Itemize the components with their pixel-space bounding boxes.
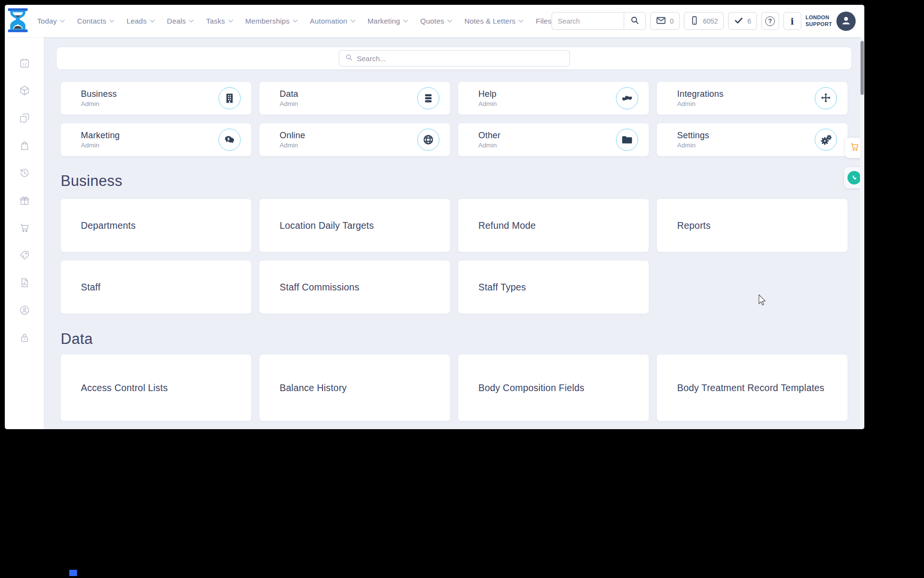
navbar-search-input[interactable] bbox=[552, 12, 624, 30]
package-icon bbox=[19, 85, 30, 98]
sidebar-item-report[interactable] bbox=[18, 278, 31, 289]
chevron-down-icon bbox=[189, 18, 194, 23]
nav-item-tasks[interactable]: Tasks bbox=[206, 17, 232, 25]
section-title-business: Business bbox=[61, 173, 847, 189]
sidebar-item-history[interactable] bbox=[18, 168, 31, 180]
account-sync-icon bbox=[19, 304, 30, 318]
phone-badge-button[interactable]: 6052 bbox=[684, 12, 724, 30]
help-button[interactable]: ? bbox=[761, 12, 779, 30]
card-reports[interactable]: Reports bbox=[657, 199, 847, 252]
card-departments[interactable]: Departments bbox=[61, 199, 251, 252]
navbar-search bbox=[552, 12, 646, 30]
card-staff-commissions[interactable]: Staff Commissions bbox=[259, 261, 450, 314]
calendar-icon: 12 bbox=[19, 57, 30, 71]
cart-icon bbox=[19, 222, 30, 236]
tasks-badge-button[interactable]: 6 bbox=[728, 12, 757, 30]
admin-card-marketing[interactable]: MarketingAdmin $ bbox=[61, 123, 251, 156]
search-icon bbox=[630, 15, 640, 26]
nav-item-notes-letters[interactable]: Notes & Letters bbox=[464, 17, 523, 25]
sidebar-item-gift[interactable] bbox=[18, 196, 31, 207]
app-logo[interactable] bbox=[5, 8, 30, 35]
history-icon bbox=[19, 167, 30, 181]
sidebar-item-lock[interactable] bbox=[18, 333, 31, 344]
admin-card-integrations[interactable]: IntegrationsAdmin bbox=[657, 82, 847, 115]
chevron-down-icon bbox=[60, 18, 65, 23]
mail-icon bbox=[656, 15, 666, 27]
section-title-data: Data bbox=[61, 331, 847, 347]
report-icon bbox=[19, 277, 30, 290]
card-refund-mode[interactable]: Refund Mode bbox=[458, 199, 649, 252]
card-body-treatment-record-templates[interactable]: Body Treatment Record Templates bbox=[657, 355, 847, 421]
tasks-count: 6 bbox=[747, 17, 751, 25]
admin-card-grid: BusinessAdmin DataAdmin HelpAdmin Integr… bbox=[61, 82, 847, 156]
admin-card-online[interactable]: OnlineAdmin bbox=[259, 123, 450, 156]
card-location-daily-targets[interactable]: Location Daily Targets bbox=[259, 199, 450, 252]
content-search-field bbox=[339, 50, 570, 66]
copy-icon bbox=[19, 112, 30, 126]
nav-item-files[interactable]: Files bbox=[536, 17, 552, 25]
data-card-grid: Access Control Lists Balance History Bod… bbox=[61, 355, 847, 421]
navbar-search-button[interactable] bbox=[624, 12, 646, 30]
chevron-down-icon bbox=[110, 18, 115, 23]
nav-item-contacts[interactable]: Contacts bbox=[77, 17, 114, 25]
chevron-down-icon bbox=[403, 18, 408, 23]
business-card-grid: Departments Location Daily Targets Refun… bbox=[61, 199, 847, 314]
sidebar-item-copy[interactable] bbox=[18, 113, 31, 125]
svg-text:$: $ bbox=[227, 136, 229, 141]
person-icon bbox=[840, 14, 852, 28]
folder-icon bbox=[616, 129, 638, 151]
sidebar-item-calendar[interactable]: 12 bbox=[18, 58, 31, 70]
whatsapp-icon bbox=[847, 171, 861, 184]
nav-item-today[interactable]: Today bbox=[37, 17, 64, 25]
mouse-cursor bbox=[758, 294, 769, 307]
card-staff[interactable]: Staff bbox=[61, 261, 251, 314]
nav-item-marketing[interactable]: Marketing bbox=[368, 17, 408, 25]
card-balance-history[interactable]: Balance History bbox=[259, 355, 450, 421]
admin-card-other[interactable]: OtherAdmin bbox=[458, 123, 649, 156]
sidebar-item-package[interactable] bbox=[18, 86, 31, 97]
nav-item-quotes[interactable]: Quotes bbox=[420, 17, 451, 25]
card-staff-types[interactable]: Staff Types bbox=[458, 261, 649, 314]
sidebar-item-shopping-bag[interactable] bbox=[18, 141, 31, 152]
nav-item-memberships[interactable]: Memberships bbox=[245, 17, 297, 25]
nav-item-deals[interactable]: Deals bbox=[167, 17, 193, 25]
handshake-icon bbox=[616, 87, 638, 109]
svg-text:12: 12 bbox=[22, 63, 26, 66]
cart-icon bbox=[849, 142, 860, 154]
sidebar-item-cart[interactable] bbox=[18, 223, 31, 235]
admin-card-data[interactable]: DataAdmin bbox=[259, 82, 450, 115]
phone-count: 6052 bbox=[703, 17, 718, 25]
app-window: Today Contacts Leads Deals Tasks Members… bbox=[5, 5, 864, 429]
card-body-composition-fields[interactable]: Body Composition Fields bbox=[458, 355, 649, 421]
chevron-down-icon bbox=[350, 18, 355, 23]
globe-icon bbox=[417, 129, 439, 151]
admin-card-settings[interactable]: SettingsAdmin bbox=[657, 123, 847, 156]
chevron-down-icon bbox=[519, 18, 524, 23]
move-arrows-icon bbox=[815, 87, 837, 109]
admin-card-business[interactable]: BusinessAdmin bbox=[61, 82, 251, 115]
card-access-control-lists[interactable]: Access Control Lists bbox=[61, 355, 251, 421]
hourglass-logo-icon bbox=[6, 8, 30, 35]
mail-badge-button[interactable]: 0 bbox=[650, 12, 680, 30]
user-menu[interactable]: LONDON SUPPORT bbox=[806, 12, 856, 31]
comments-dollar-icon: $ bbox=[218, 129, 241, 151]
lock-icon bbox=[19, 332, 30, 345]
main-nav: Today Contacts Leads Deals Tasks Members… bbox=[37, 17, 552, 25]
avatar[interactable] bbox=[836, 12, 856, 31]
admin-card-help[interactable]: HelpAdmin bbox=[458, 82, 649, 115]
navbar-right-group: 0 6052 6 ? i LONDON bbox=[552, 12, 864, 31]
gears-icon bbox=[815, 129, 837, 151]
info-button[interactable]: i bbox=[783, 12, 801, 30]
building-icon bbox=[218, 87, 241, 109]
nav-item-automation[interactable]: Automation bbox=[310, 17, 355, 25]
scrollbar-thumb[interactable] bbox=[860, 41, 864, 95]
chevron-down-icon bbox=[150, 18, 154, 23]
nav-item-leads[interactable]: Leads bbox=[127, 17, 154, 25]
question-icon: ? bbox=[765, 16, 775, 26]
chevron-down-icon bbox=[293, 18, 297, 23]
mobile-phone-icon bbox=[690, 15, 699, 27]
content-search-input[interactable] bbox=[357, 54, 564, 63]
scrollbar[interactable] bbox=[860, 37, 864, 429]
sidebar-item-price-tag[interactable]: $ bbox=[18, 250, 31, 262]
sidebar-item-account-sync[interactable] bbox=[18, 305, 31, 317]
